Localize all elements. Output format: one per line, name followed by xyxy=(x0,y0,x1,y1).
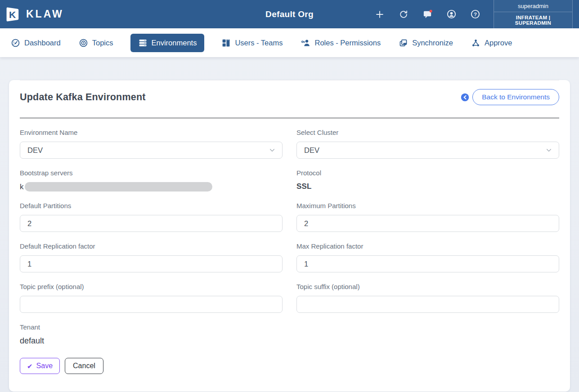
notification-dot xyxy=(429,10,432,13)
default-replication-input[interactable] xyxy=(20,255,283,272)
environment-form: Environment Name DEV Select Cluster DEV xyxy=(20,118,559,346)
protocol-label: Protocol xyxy=(296,169,559,177)
user-profile-icon[interactable] xyxy=(445,9,457,20)
klaw-logo-icon: K xyxy=(4,5,22,23)
help-icon[interactable]: ? xyxy=(469,9,481,20)
field-protocol: Protocol SSL xyxy=(296,169,559,192)
user-key-icon xyxy=(301,38,310,48)
protocol-value: SSL xyxy=(296,182,559,191)
card-top-divider xyxy=(20,80,559,80)
save-button[interactable]: ✔ Save xyxy=(20,358,60,374)
nav-label: Dashboard xyxy=(24,39,61,47)
field-max-replication: Max Replication factor xyxy=(296,242,559,272)
default-replication-label: Default Replication factor xyxy=(20,242,283,250)
nav-label: Environments xyxy=(152,39,197,47)
svg-text:?: ? xyxy=(473,12,476,17)
nav-label: Synchronize xyxy=(412,39,453,47)
nav-item-environments[interactable]: Environments xyxy=(130,34,205,52)
select-cluster-select[interactable]: DEV xyxy=(296,142,559,159)
max-replication-input[interactable] xyxy=(296,255,559,272)
brand[interactable]: K KLAW xyxy=(4,5,64,23)
topic-prefix-input[interactable] xyxy=(20,296,283,313)
nav-item-users-teams[interactable]: Users - Teams xyxy=(220,34,283,52)
bootstrap-servers-label: Bootstrap servers xyxy=(20,169,283,177)
field-topic-suffix: Topic suffix (optional) xyxy=(296,283,559,313)
back-to-environments-button[interactable]: Back to Environments xyxy=(472,89,559,105)
form-actions: ✔ Save Cancel xyxy=(20,358,559,374)
nav-label: Approve xyxy=(485,39,512,47)
nav-label: Users - Teams xyxy=(235,39,283,47)
nav-item-dashboard[interactable]: Dashboard xyxy=(10,34,62,52)
topic-suffix-label: Topic suffix (optional) xyxy=(296,283,559,290)
main-nav: Dashboard Topics Environments xyxy=(0,28,579,57)
update-environment-card: Update Kafka Environment Back to Environ… xyxy=(9,80,570,392)
chevron-down-icon xyxy=(269,147,276,154)
default-partitions-label: Default Partitions xyxy=(20,202,283,209)
cancel-button[interactable]: Cancel xyxy=(65,358,103,374)
org-title: Default Org xyxy=(265,9,314,19)
widgets-icon xyxy=(221,38,231,48)
page-title: Update Kafka Environment xyxy=(20,92,146,103)
refresh-icon[interactable] xyxy=(398,9,409,20)
default-partitions-input[interactable] xyxy=(20,215,283,232)
nav-item-approve[interactable]: Approve xyxy=(470,34,513,52)
copy-icon xyxy=(399,38,408,48)
topic-prefix-label: Topic prefix (optional) xyxy=(20,283,283,290)
field-bootstrap-servers: Bootstrap servers k xyxy=(20,169,283,192)
field-maximum-partitions: Maximum Partitions xyxy=(296,202,559,232)
bootstrap-servers-value: k xyxy=(20,182,283,192)
username: superadmin xyxy=(494,0,572,12)
add-icon[interactable] xyxy=(374,9,386,20)
field-default-replication: Default Replication factor xyxy=(20,242,283,272)
field-default-partitions: Default Partitions xyxy=(20,202,283,232)
network-icon xyxy=(471,38,480,48)
max-replication-label: Max Replication factor xyxy=(296,242,559,250)
select-cluster-value: DEV xyxy=(304,146,319,155)
environment-name-select[interactable]: DEV xyxy=(20,142,283,159)
app-header: K KLAW Default Org xyxy=(0,0,579,28)
field-topic-prefix: Topic prefix (optional) xyxy=(20,283,283,313)
nav-item-roles-permissions[interactable]: Roles - Permissions xyxy=(300,34,382,52)
back-arrow-icon[interactable] xyxy=(461,93,469,102)
field-environment-name: Environment Name DEV xyxy=(20,129,283,159)
check-icon: ✔ xyxy=(27,363,33,370)
environment-name-value: DEV xyxy=(27,146,43,155)
maximum-partitions-label: Maximum Partitions xyxy=(296,202,559,209)
field-tenant: Tenant default xyxy=(20,323,283,346)
gauge-icon xyxy=(11,38,20,48)
svg-text:K: K xyxy=(9,9,16,20)
target-icon xyxy=(79,38,88,48)
bootstrap-servers-visible-text: k xyxy=(20,183,24,192)
tenant-label: Tenant xyxy=(20,323,283,331)
server-stack-icon xyxy=(138,38,148,48)
maximum-partitions-input[interactable] xyxy=(296,215,559,232)
nav-label: Topics xyxy=(92,39,113,47)
messages-icon[interactable] xyxy=(422,9,433,20)
nav-item-synchronize[interactable]: Synchronize xyxy=(398,34,454,52)
tenant-value: default xyxy=(20,336,283,346)
select-cluster-label: Select Cluster xyxy=(296,129,559,136)
save-button-label: Save xyxy=(36,362,53,370)
header-actions: ? xyxy=(374,9,481,20)
field-select-cluster: Select Cluster DEV xyxy=(296,129,559,159)
nav-item-topics[interactable]: Topics xyxy=(78,34,114,52)
main-content: Update Kafka Environment Back to Environ… xyxy=(0,57,579,392)
team-role: INFRATEAM | SUPERADMIN xyxy=(494,12,572,28)
redaction-bar xyxy=(25,182,212,192)
topic-suffix-input[interactable] xyxy=(296,296,559,313)
environment-name-label: Environment Name xyxy=(20,129,283,136)
brand-name: KLAW xyxy=(26,8,64,20)
user-panel[interactable]: superadmin INFRATEAM | SUPERADMIN xyxy=(494,0,573,29)
chevron-down-icon xyxy=(545,147,552,154)
nav-label: Roles - Permissions xyxy=(314,39,381,47)
